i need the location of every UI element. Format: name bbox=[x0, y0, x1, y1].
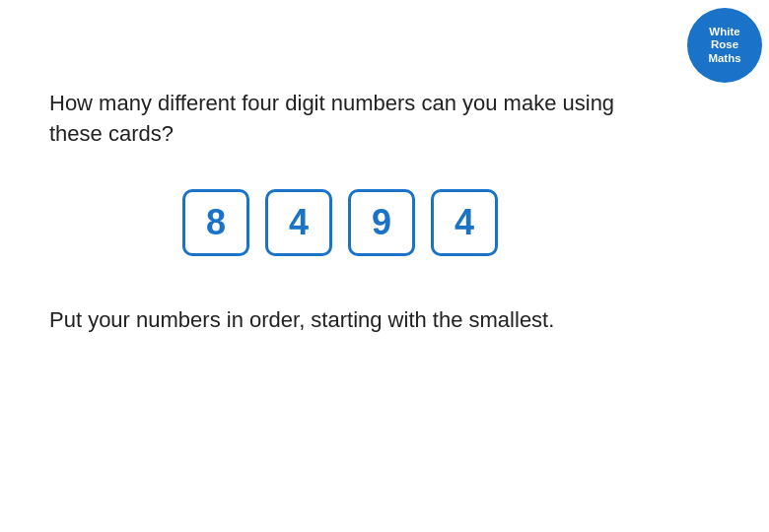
question-text: How many different four digit numbers ca… bbox=[49, 89, 661, 150]
digit-card-2: 4 bbox=[265, 189, 332, 256]
white-rose-maths-logo: WhiteRoseMaths bbox=[687, 8, 762, 83]
digit-card-3: 9 bbox=[348, 189, 415, 256]
main-content: How many different four digit numbers ca… bbox=[49, 89, 661, 335]
logo-text: WhiteRoseMaths bbox=[704, 26, 744, 65]
cards-row: 8 4 9 4 bbox=[20, 189, 661, 256]
digit-card-4: 4 bbox=[431, 189, 498, 256]
instruction-text: Put your numbers in order, starting with… bbox=[49, 305, 661, 336]
digit-card-1: 8 bbox=[182, 189, 249, 256]
page-container: WhiteRoseMaths How many different four d… bbox=[0, 0, 769, 532]
